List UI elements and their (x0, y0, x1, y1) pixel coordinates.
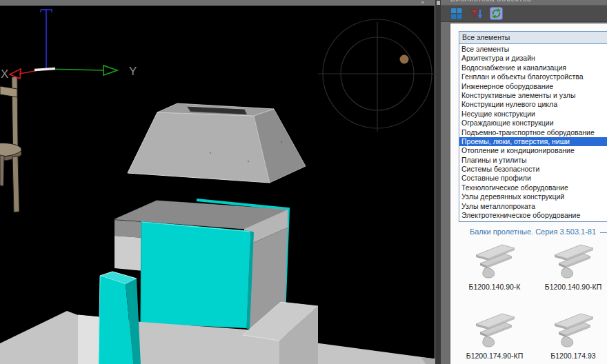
category-list-item[interactable]: Системы безопасности (459, 165, 607, 174)
beam-profile-thumbnail (472, 241, 517, 280)
category-list-item[interactable]: Инженерное оборудование (459, 82, 607, 91)
views-grid-icon[interactable] (450, 7, 463, 20)
catalog-section: Балки пролетные. Серия 3.503.1-81 (459, 228, 607, 360)
catalog-item[interactable]: Б1200.174.90-КП (466, 310, 523, 360)
orbit-dot (400, 55, 409, 64)
splitter-collapse-button[interactable] (437, 1, 440, 5)
viewport-top-strip (0, 0, 435, 5)
category-list-item[interactable]: Составные профили (459, 174, 607, 183)
catalog-item[interactable]: Б1200.174.93 (550, 310, 596, 360)
ucs-origin-marker (34, 69, 55, 70)
catalog-item-label: Б1200.174.90-КП (466, 352, 523, 360)
catalog-item-label: Б1200.140.90-К (469, 283, 521, 291)
category-list-item[interactable]: Конструктивные элементы и узлы (459, 91, 607, 100)
category-list-item[interactable]: Плагины и утилиты (459, 156, 607, 165)
catalog-group-header: Балки пролетные. Серия 3.503.1-81 (459, 228, 607, 236)
category-list-item[interactable]: Отопление и кондиционирование (459, 146, 607, 155)
category-list-item[interactable]: Узлы деревянных конструкций (459, 192, 607, 201)
catalog-item-label: Б1200.174.93 (550, 352, 595, 360)
hood-frustum-model[interactable] (128, 103, 306, 183)
cyan-pillar-model[interactable] (99, 272, 141, 364)
category-list-item[interactable]: Водоснабжение и канализация (459, 63, 607, 72)
category-list-item[interactable]: Несущие конструкции (459, 110, 607, 119)
category-list-item[interactable]: Конструкции нулевого цикла (459, 100, 607, 109)
catalog-item[interactable]: Б1200.140.90-К (469, 241, 521, 291)
category-list-item[interactable]: Ограждающие конструкции (459, 119, 607, 128)
refresh-icon[interactable] (490, 7, 503, 20)
x-axis-label: X (1, 68, 8, 81)
3d-scene: X Y (0, 6, 435, 364)
panel-title: Библиотека объектов (441, 0, 607, 5)
catalog-item-label: Б1200.140.90-КП (545, 283, 601, 291)
chair-model[interactable] (0, 77, 21, 212)
beam-profile-thumbnail (472, 310, 517, 349)
panel-content: Все элементы Все элементы Архитектура и … (450, 23, 607, 364)
selected-box-model[interactable] (115, 200, 288, 335)
y-axis-label: Y (129, 65, 137, 78)
library-panel: Библиотека объектов (441, 0, 607, 364)
viewport-splitter[interactable] (435, 0, 441, 364)
group-header-line (600, 232, 607, 233)
ucs-axis-triad: X Y (1, 10, 137, 81)
beam-profile-thumbnail (550, 310, 596, 349)
category-list: Все элементы Архитектура и дизайн Водосн… (459, 44, 607, 222)
category-list-item[interactable]: Электротехническое оборудование (459, 211, 607, 220)
category-list-item[interactable]: Все элементы (459, 45, 607, 54)
strip-handle-dot (421, 1, 424, 3)
category-list-item[interactable]: Проемы, люки, отверстия, ниши (459, 137, 607, 146)
category-list-item[interactable]: Узлы металлопроката (459, 202, 607, 211)
catalog-grid: Б1200.140.90-К Б1200.140.9 (459, 241, 607, 360)
catalog-item[interactable]: Б1200.140.90-КП (545, 241, 601, 291)
sort-filter-icon[interactable] (470, 7, 483, 20)
orbit-compass[interactable] (318, 19, 435, 132)
beam-profile-thumbnail (550, 241, 596, 280)
category-list-item[interactable]: Подъемно-транспортное оборудование (459, 128, 607, 137)
category-list-item[interactable]: Архитектура и дизайн (459, 54, 607, 63)
category-list-item[interactable]: Генплан и объекты благоустройства (459, 72, 607, 81)
panel-toolbar (441, 5, 607, 22)
category-combobox[interactable]: Все элементы (459, 31, 607, 44)
3d-viewport[interactable]: X Y (0, 5, 435, 364)
category-list-item[interactable]: Технологическое оборудование (459, 183, 607, 192)
